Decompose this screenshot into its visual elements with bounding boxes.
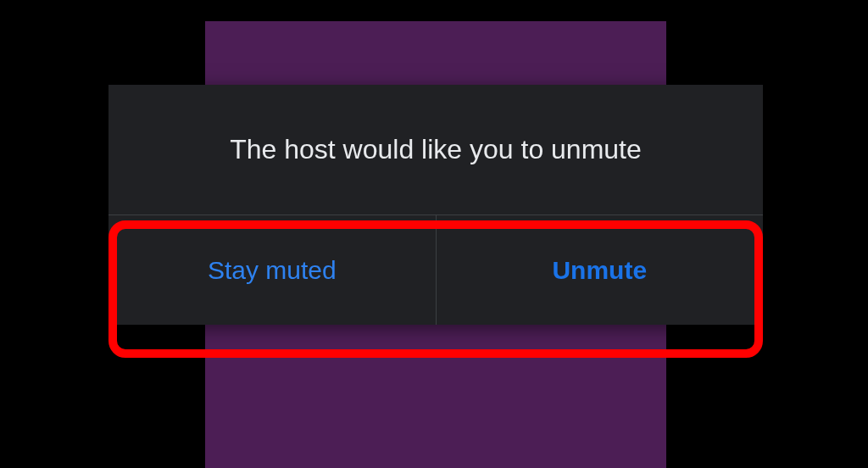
- unmute-request-dialog: The host would like you to unmute Stay m…: [108, 85, 763, 325]
- stay-muted-button[interactable]: Stay muted: [108, 215, 437, 325]
- dialog-button-row: Stay muted Unmute: [108, 214, 763, 325]
- dialog-message: The host would like you to unmute: [108, 85, 763, 214]
- unmute-button[interactable]: Unmute: [437, 215, 764, 325]
